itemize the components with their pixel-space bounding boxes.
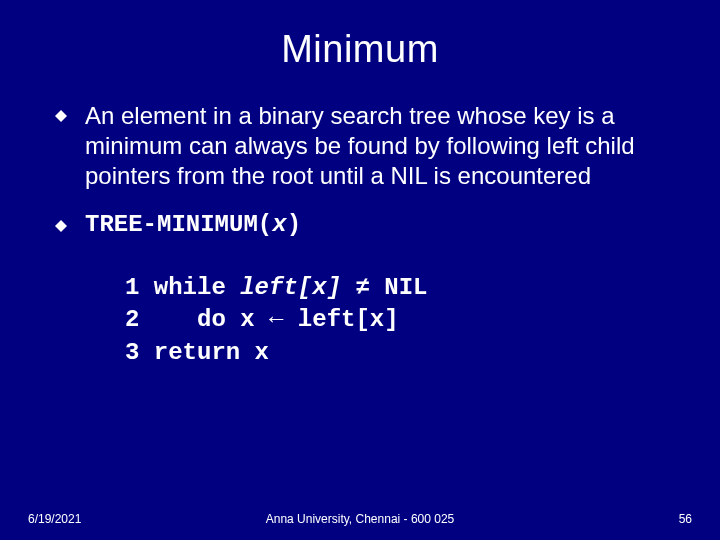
proc-name: TREE-MINIMUM xyxy=(85,211,258,238)
bullet-text: An element in a binary search tree whose… xyxy=(85,101,665,191)
footer-page-number: 56 xyxy=(679,512,692,526)
code-line-1c: ≠ NIL xyxy=(341,274,427,301)
proc-arg: x xyxy=(272,211,286,238)
svg-marker-1 xyxy=(55,220,67,232)
pseudocode-block: 1 while left[x] ≠ NIL 2 do x ← left[x] 3… xyxy=(55,258,665,369)
code-line-2: 2 do x ← left[x] xyxy=(125,306,399,333)
slide: Minimum An element in a binary search tr… xyxy=(0,0,720,540)
diamond-bullet-icon xyxy=(55,110,67,122)
bullet-item: TREE-MINIMUM(x) xyxy=(55,211,665,238)
procedure-heading: TREE-MINIMUM(x) xyxy=(85,211,301,238)
code-line-3: 3 return x xyxy=(125,339,269,366)
code-line-1a: 1 while xyxy=(125,274,240,301)
diamond-bullet-icon xyxy=(55,220,67,232)
footer-org: Anna University, Chennai - 600 025 xyxy=(0,512,720,526)
svg-marker-0 xyxy=(55,110,67,122)
slide-body: An element in a binary search tree whose… xyxy=(0,71,720,369)
slide-title: Minimum xyxy=(0,0,720,71)
bullet-item: An element in a binary search tree whose… xyxy=(55,101,665,191)
code-line-1b: left[x] xyxy=(240,274,341,301)
